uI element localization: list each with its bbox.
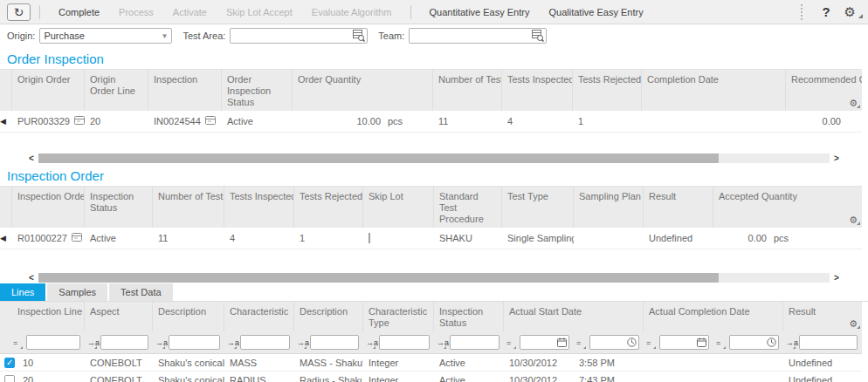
char-description-cell: Radius - Shaku's conical bolt (294, 375, 363, 382)
origin-select[interactable]: Purchase ▼ (39, 28, 172, 44)
inspection-status-cell: Active (85, 233, 153, 243)
filter-input-inspection-line[interactable] (26, 335, 80, 350)
column-header-inspection-line[interactable]: Inspection Line (0, 302, 85, 331)
quick-details-icon[interactable] (74, 115, 85, 127)
filter-operator-icon[interactable]: = (506, 338, 520, 347)
row-select-checkbox[interactable] (4, 375, 15, 382)
toolbar-divider (39, 5, 40, 19)
number-of-tests-cell: 11 (433, 116, 502, 126)
line-row[interactable]: 10 CONEBOLT Shaku's conical bolt MASS MA… (0, 354, 862, 372)
order-inspection-row[interactable]: ◀ PUR003329 20 IN0024544 Active 10.00 pc… (0, 111, 862, 133)
column-header-number-of-tests[interactable]: Number of Tests (433, 70, 502, 111)
line-row[interactable]: 20 CONEBOLT Shaku's conical bolt RADIUS … (0, 372, 862, 382)
column-header-accepted-quantity[interactable]: Accepted Quantity ⚙ (713, 187, 862, 228)
column-header-actual-completion-date[interactable]: Actual Completion Date (644, 302, 783, 331)
column-header-result[interactable]: Result (644, 187, 713, 228)
column-header-characteristic[interactable]: Characteristic (224, 302, 294, 331)
toolbar-overflow-divider (801, 4, 803, 20)
filter-operator-icon[interactable]: = (576, 338, 589, 347)
column-header-actual-start-date[interactable]: Actual Start Date (504, 302, 644, 331)
filter-operator-icon[interactable]: →a (87, 338, 100, 347)
origin-order-line-cell: 20 (85, 116, 148, 126)
column-header-standard-test-procedure[interactable]: Standard Test Procedure (434, 187, 502, 228)
filter-operator-icon[interactable]: = (13, 338, 26, 347)
column-header-order-inspection-status[interactable]: Order Inspection Status (222, 70, 293, 111)
team-input[interactable] (409, 28, 547, 44)
filter-input-description[interactable] (169, 335, 220, 350)
filter-operator-icon[interactable]: →a (437, 338, 450, 347)
tab-samples[interactable]: Samples (47, 283, 107, 301)
filter-operator-icon[interactable]: →a (227, 338, 240, 347)
filter-bar: Origin: Purchase ▼ Test Area: Team: (0, 24, 868, 47)
scrollbar-thumb[interactable] (38, 273, 719, 283)
filter-input-result[interactable] (799, 335, 858, 350)
row-select-checkbox[interactable] (4, 358, 15, 368)
column-header-result[interactable]: Result ⚙ (783, 302, 862, 331)
column-header-tests-inspected[interactable]: Tests Inspected (224, 187, 294, 228)
column-header-origin-order-line[interactable]: Origin Order Line (85, 70, 148, 111)
table-settings-gear-icon[interactable]: ⚙ (849, 318, 858, 330)
scroll-right-icon[interactable]: > (830, 153, 844, 164)
column-header-inspection-status[interactable]: Inspection Status (434, 302, 504, 331)
clock-icon[interactable] (767, 338, 776, 347)
column-header-tests-rejected[interactable]: Tests Rejected (573, 70, 642, 111)
scrollbar-track[interactable] (38, 273, 830, 283)
test-area-input[interactable] (230, 28, 368, 44)
filter-operator-icon[interactable]: →a (786, 338, 799, 347)
help-button[interactable]: ? (813, 4, 838, 19)
value-help-icon[interactable] (532, 30, 544, 44)
column-header-inspection-status[interactable]: Inspection Status (85, 187, 153, 228)
tests-inspected-cell: 4 (224, 233, 294, 243)
scroll-left-icon[interactable]: < (24, 272, 38, 283)
filter-operator-icon[interactable]: →a (155, 338, 169, 347)
filter-input-inspection-status[interactable] (450, 335, 499, 350)
refresh-button[interactable]: ↻ (7, 3, 31, 21)
toolbar-divider (410, 5, 411, 19)
settings-gear-button[interactable]: ⚙ (839, 4, 861, 20)
column-header-description[interactable]: Description (153, 302, 224, 331)
clock-icon[interactable] (627, 338, 637, 347)
value-help-icon[interactable] (353, 30, 365, 44)
column-header-recommended-q[interactable]: Recommended Q ⚙ (786, 70, 862, 111)
filter-input-description-2[interactable] (310, 335, 359, 350)
column-header-aspect[interactable]: Aspect (85, 302, 153, 331)
column-header-test-type[interactable]: Test Type (502, 187, 574, 228)
quick-details-icon[interactable] (72, 232, 83, 244)
quick-details-icon[interactable] (205, 115, 217, 127)
qualitative-easy-entry-button[interactable]: Qualitative Easy Entry (539, 7, 652, 17)
column-header-skip-lot[interactable]: Skip Lot (363, 187, 434, 228)
table-settings-gear-icon[interactable]: ⚙ (849, 98, 858, 109)
filter-input-aspect[interactable] (100, 335, 148, 350)
tab-lines[interactable]: Lines (0, 283, 45, 301)
complete-button[interactable]: Complete (49, 7, 109, 17)
filter-operator-icon[interactable]: →a (366, 338, 379, 347)
scroll-left-icon[interactable]: < (24, 153, 38, 164)
column-header-inspection-order[interactable]: Inspection Order (12, 187, 85, 228)
quantitative-easy-entry-button[interactable]: Quantitative Easy Entry (420, 7, 540, 17)
tab-test-data[interactable]: Test Data (109, 283, 172, 301)
skip-lot-checkbox[interactable] (369, 233, 370, 243)
inspection-line-cell: 20 (0, 375, 85, 382)
scroll-right-icon[interactable]: > (830, 272, 844, 283)
column-header-completion-date[interactable]: Completion Date (642, 70, 786, 111)
column-header-origin-order[interactable]: Origin Order (12, 70, 85, 111)
calendar-icon[interactable] (557, 338, 567, 347)
column-header-tests-rejected[interactable]: Tests Rejected (294, 187, 363, 228)
scrollbar-thumb[interactable] (38, 153, 719, 163)
column-header-characteristic-type[interactable]: Characteristic Type (363, 302, 434, 331)
filter-operator-icon[interactable]: = (716, 338, 729, 347)
inspection-order-row[interactable]: ◀ R01000227 Active 11 4 1 SHAKU Single S… (0, 228, 862, 249)
column-header-description-2[interactable]: Description (294, 302, 363, 331)
table-settings-gear-icon[interactable]: ⚙ (849, 215, 858, 226)
filter-operator-icon[interactable]: →a (297, 338, 310, 347)
column-header-number-of-tests[interactable]: Number of Tests (153, 187, 224, 228)
filter-input-characteristic[interactable] (240, 335, 290, 350)
filter-input-characteristic-type[interactable] (379, 335, 430, 350)
calendar-icon[interactable] (697, 338, 706, 347)
column-header-tests-inspected[interactable]: Tests Inspected (502, 70, 573, 111)
filter-operator-icon[interactable]: = (646, 338, 659, 347)
scrollbar-track[interactable] (38, 153, 830, 163)
column-header-order-quantity[interactable]: Order Quantity (293, 70, 433, 111)
column-header-sampling-plan[interactable]: Sampling Plan (574, 187, 644, 228)
column-header-inspection[interactable]: Inspection (148, 70, 222, 111)
